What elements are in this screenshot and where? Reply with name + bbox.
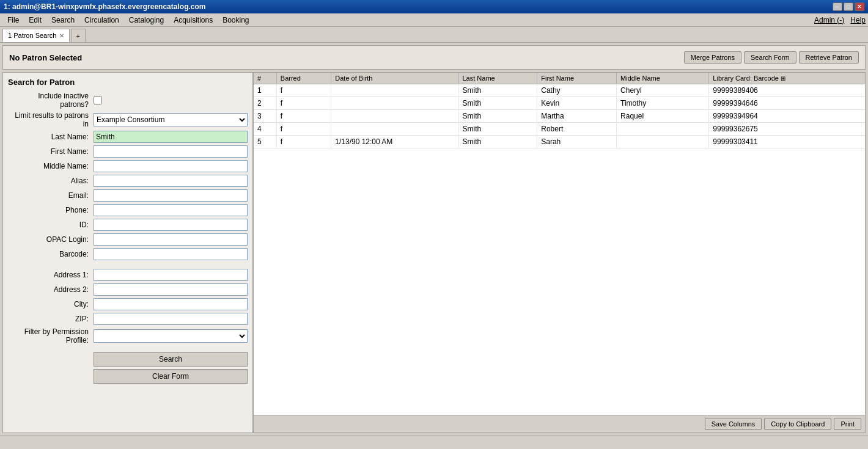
address1-label: Address 1: <box>8 271 94 279</box>
opac-login-input[interactable] <box>94 233 248 246</box>
menu-file[interactable]: File <box>2 15 24 26</box>
help-link[interactable]: Help <box>850 16 866 24</box>
zip-row: ZIP: <box>8 313 248 325</box>
results-tbody: 1 f Smith Cathy Cheryl 99999389406 2 f S… <box>254 84 865 148</box>
middle-name-input[interactable] <box>94 160 248 172</box>
include-inactive-label: Include inactive patrons? <box>8 92 94 109</box>
address2-label: Address 2: <box>8 285 94 294</box>
tab-patron-search-close[interactable]: ✕ <box>59 32 64 39</box>
cell-dob <box>331 97 458 110</box>
id-input[interactable] <box>94 219 248 231</box>
tab-new[interactable]: + <box>71 29 86 42</box>
include-inactive-row: Include inactive patrons? <box>8 92 248 109</box>
results-bottom-bar: Save Columns Copy to Clipboard Print <box>254 415 865 433</box>
clear-form-button[interactable]: Clear Form <box>94 369 248 384</box>
zip-input[interactable] <box>94 313 248 325</box>
minimize-button[interactable]: ─ <box>833 2 842 11</box>
perm-profile-row: Filter by Permission Profile: <box>8 327 248 345</box>
cell-first: Martha <box>537 110 617 123</box>
status-bar <box>0 436 868 449</box>
tab-bar: 1 Patron Search ✕ + <box>0 27 868 43</box>
cell-first: Sarah <box>537 136 617 148</box>
search-panel: Search for Patron Include inactive patro… <box>3 73 254 433</box>
search-form-button[interactable]: Search Form <box>744 51 796 64</box>
phone-label: Phone: <box>8 206 94 214</box>
table-row[interactable]: 2 f Smith Kevin Timothy 99999394646 <box>254 97 865 110</box>
cell-barred: f <box>276 110 331 123</box>
first-name-input[interactable] <box>94 145 248 158</box>
menu-circulation[interactable]: Circulation <box>79 15 124 26</box>
limit-patrons-select[interactable]: Example Consortium <box>94 113 248 126</box>
cell-dob <box>331 84 458 97</box>
cell-first: Robert <box>537 123 617 136</box>
search-button[interactable]: Search <box>94 352 248 367</box>
retrieve-patron-button[interactable]: Retrieve Patron <box>799 51 859 64</box>
merge-patrons-button[interactable]: Merge Patrons <box>684 51 741 64</box>
cell-barred: f <box>276 123 331 136</box>
limit-patrons-label: Limit results to patrons in <box>8 111 94 128</box>
no-patron-label: No Patron Selected <box>9 53 82 62</box>
phone-row: Phone: <box>8 204 248 216</box>
col-num[interactable]: # <box>254 73 276 84</box>
tab-patron-search-label: 1 Patron Search <box>8 32 57 39</box>
include-inactive-checkbox[interactable] <box>94 96 102 104</box>
cell-num: 2 <box>254 97 276 110</box>
email-label: Email: <box>8 191 94 200</box>
print-button[interactable]: Print <box>834 418 861 430</box>
table-row[interactable]: 4 f Smith Robert 99999362675 <box>254 123 865 136</box>
cell-last: Smith <box>458 84 537 97</box>
barcode-input[interactable] <box>94 248 248 260</box>
cell-barred: f <box>276 84 331 97</box>
menu-cataloging[interactable]: Cataloging <box>124 15 169 26</box>
cell-dob: 1/13/90 12:00 AM <box>331 136 458 148</box>
last-name-label: Last Name: <box>8 133 94 141</box>
middle-name-label: Middle Name: <box>8 162 94 170</box>
cell-barred: f <box>276 97 331 110</box>
first-name-row: First Name: <box>8 145 248 158</box>
cell-num: 4 <box>254 123 276 136</box>
admin-link[interactable]: Admin (-) <box>814 16 844 24</box>
close-button[interactable]: ✕ <box>855 2 864 11</box>
alias-input[interactable] <box>94 175 248 187</box>
cell-first: Cathy <box>537 84 617 97</box>
menu-search[interactable]: Search <box>46 15 79 26</box>
col-dob[interactable]: Date of Birth <box>331 73 458 84</box>
results-table-wrapper[interactable]: # Barred Date of Birth Last Name First N… <box>254 73 865 415</box>
menu-booking[interactable]: Booking <box>218 15 254 26</box>
restore-button[interactable]: □ <box>844 2 853 11</box>
city-label: City: <box>8 300 94 308</box>
table-row[interactable]: 1 f Smith Cathy Cheryl 99999389406 <box>254 84 865 97</box>
menu-bar: File Edit Search Circulation Cataloging … <box>0 13 868 27</box>
table-row[interactable]: 5 f 1/13/90 12:00 AM Smith Sarah 9999930… <box>254 136 865 148</box>
city-input[interactable] <box>94 298 248 310</box>
tab-patron-search[interactable]: 1 Patron Search ✕ <box>2 29 70 42</box>
col-barcode[interactable]: Library Card: Barcode ⊞ <box>709 73 865 84</box>
col-barred[interactable]: Barred <box>276 73 331 84</box>
cell-num: 3 <box>254 110 276 123</box>
barcode-label: Barcode: <box>8 250 94 258</box>
address1-input[interactable] <box>94 269 248 281</box>
address2-input[interactable] <box>94 283 248 296</box>
phone-input[interactable] <box>94 204 248 216</box>
search-buttons: Search Clear Form <box>8 352 248 384</box>
col-last[interactable]: Last Name <box>458 73 537 84</box>
col-first[interactable]: First Name <box>537 73 617 84</box>
last-name-input[interactable] <box>94 131 248 143</box>
menu-edit[interactable]: Edit <box>24 15 46 26</box>
save-columns-button[interactable]: Save Columns <box>705 418 762 430</box>
cell-barcode: 99999389406 <box>709 84 865 97</box>
results-panel: # Barred Date of Birth Last Name First N… <box>254 73 865 433</box>
perm-profile-select[interactable] <box>94 329 248 343</box>
cell-dob <box>331 123 458 136</box>
title-text: 1: admin@BR1-winxpvmfx.phasefx.evergreen… <box>4 2 205 11</box>
table-header-row: # Barred Date of Birth Last Name First N… <box>254 73 865 84</box>
cell-middle <box>617 136 709 148</box>
copy-clipboard-button[interactable]: Copy to Clipboard <box>764 418 831 430</box>
col-middle[interactable]: Middle Name <box>617 73 709 84</box>
email-input[interactable] <box>94 189 248 202</box>
cell-middle: Timothy <box>617 97 709 110</box>
table-row[interactable]: 3 f Smith Martha Raquel 99999394964 <box>254 110 865 123</box>
email-row: Email: <box>8 189 248 202</box>
middle-name-row: Middle Name: <box>8 160 248 172</box>
menu-acquisitions[interactable]: Acquisitions <box>169 15 218 26</box>
